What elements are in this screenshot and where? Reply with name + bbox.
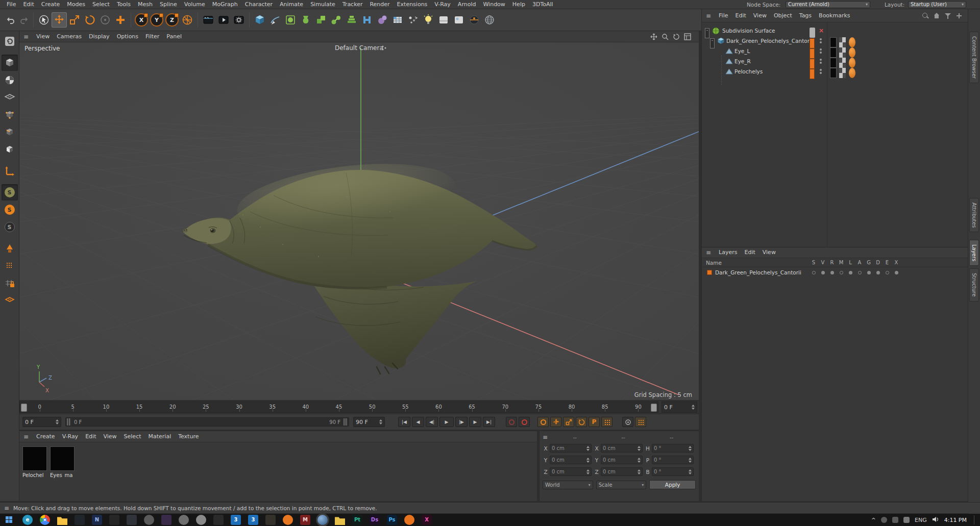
taskbar-app-icon[interactable]: 3	[248, 515, 258, 525]
tree-row-eye-l[interactable]: Eye_L	[702, 46, 968, 56]
stepper-arrows[interactable]	[689, 469, 692, 474]
pan-view-icon[interactable]	[650, 33, 658, 41]
timeline-tick[interactable]: 25	[189, 402, 223, 412]
tab-structure[interactable]: Structure	[969, 268, 979, 302]
layer-toggle-icon[interactable]	[864, 271, 873, 274]
tab-content-browser[interactable]: Content Browser	[969, 32, 979, 83]
zoom-view-icon[interactable]	[661, 33, 669, 41]
menubar-item[interactable]: File	[3, 0, 19, 9]
start-button[interactable]	[3, 514, 15, 525]
layer-toggle-icon[interactable]	[846, 271, 855, 274]
menubar-item[interactable]: Create	[38, 0, 64, 9]
material-menu-item[interactable]: Select	[120, 431, 145, 442]
edges-mode-icon[interactable]	[2, 124, 18, 140]
timeline-tick[interactable]: 45	[322, 402, 355, 412]
taskbar-app-icon[interactable]: Ds	[370, 515, 380, 525]
taskbar-app-icon[interactable]	[265, 515, 276, 525]
material-menu-item[interactable]: Create	[33, 431, 59, 442]
prev-key-button[interactable]: ◀	[412, 417, 424, 427]
viewport-menu-item[interactable]: Cameras	[53, 31, 85, 42]
camera-label[interactable]: Default Camera	[335, 44, 383, 52]
taskbar-app-icon[interactable]	[213, 515, 224, 525]
polygons-mode-icon[interactable]	[2, 141, 18, 158]
taskbar-app-icon[interactable]	[179, 515, 189, 525]
move-tool-button[interactable]	[52, 12, 67, 28]
next-key-button[interactable]: ▶	[469, 417, 481, 427]
rotate-tool-button[interactable]	[82, 12, 97, 28]
search-icon[interactable]	[922, 12, 929, 19]
menubar-item[interactable]: Spline	[156, 0, 181, 9]
timeline-tick[interactable]: 35	[256, 402, 289, 412]
taskbar-app-icon[interactable]	[404, 515, 414, 525]
play-button[interactable]: ▶	[439, 417, 454, 427]
render-view-button[interactable]	[201, 12, 216, 28]
add-icon[interactable]	[955, 12, 963, 19]
goto-start-button[interactable]: |◀	[398, 417, 410, 427]
taskbar-app-icon[interactable]: X	[422, 515, 432, 525]
volume-builder-button[interactable]	[359, 12, 375, 28]
globe-button[interactable]	[482, 12, 497, 28]
coordinate-system-button[interactable]	[180, 12, 195, 28]
coordinate-mode-select[interactable]: World▾	[543, 481, 593, 489]
toggle-view-icon[interactable]	[683, 33, 692, 41]
hamburger-icon[interactable]: ≡	[702, 249, 715, 256]
range-grip-right[interactable]	[344, 418, 348, 425]
timeline-tick[interactable]: 50	[356, 402, 389, 412]
taskbar-app-icon[interactable]	[75, 515, 85, 525]
sky-button[interactable]	[451, 12, 467, 28]
layers-menu-item[interactable]: Layers	[715, 247, 741, 258]
axis-mode-icon[interactable]	[2, 163, 18, 179]
prev-frame-button[interactable]: ◀|	[426, 417, 438, 427]
stepper-arrows[interactable]	[638, 469, 641, 474]
workplane-mode-icon[interactable]	[2, 89, 18, 106]
instance-generator-button[interactable]	[344, 12, 359, 28]
stepper-arrows[interactable]	[379, 419, 382, 424]
symmetry-generator-button[interactable]	[329, 12, 344, 28]
stepper-arrows[interactable]	[586, 458, 590, 463]
layer-name[interactable]: Dark_Green_Pelochelys_Cantorii	[715, 269, 801, 275]
menubar-item[interactable]: Mesh	[134, 0, 156, 9]
rotation-field[interactable]: 0 °	[652, 444, 694, 453]
stepper-arrows[interactable]	[56, 419, 59, 424]
timeline-tick[interactable]: 55	[389, 402, 422, 412]
tray-icon[interactable]	[903, 517, 910, 523]
taskbar-app-icon[interactable]	[317, 515, 328, 525]
taskbar-app-icon[interactable]	[161, 515, 172, 525]
menubar-item[interactable]: Character	[241, 0, 276, 9]
viewport-3d[interactable]: Perspective Default Camera Grid Spacing …	[19, 42, 699, 400]
timeline-tick[interactable]: 15	[122, 402, 156, 412]
timeline-ruler[interactable]: 051015202530354045505560657075808590	[19, 402, 658, 413]
viewport-menu-item[interactable]: View	[33, 31, 53, 42]
menubar-item[interactable]: Volume	[181, 0, 209, 9]
layers-menu-item[interactable]: View	[759, 247, 779, 258]
solo-hierarchy-icon[interactable]: S	[2, 219, 18, 235]
menubar-item[interactable]: Select	[89, 0, 113, 9]
primitive-cube-button[interactable]	[252, 12, 267, 28]
taskbar-app-icon[interactable]	[196, 515, 206, 525]
layer-toggle-icon[interactable]	[818, 271, 827, 274]
visibility-toggles[interactable]	[820, 36, 822, 46]
range-grip-left[interactable]	[67, 418, 71, 425]
material-menu-item[interactable]: View	[100, 431, 120, 442]
quantize-icon[interactable]	[2, 258, 18, 274]
render-settings-button[interactable]	[231, 12, 247, 28]
object-label[interactable]: Eye_R	[734, 56, 751, 66]
layer-color-chip[interactable]	[810, 69, 815, 79]
position-field[interactable]: 0 cm	[550, 456, 592, 464]
taskbar-app-icon[interactable]: 3	[231, 515, 241, 525]
menubar-item[interactable]: Tracker	[339, 0, 366, 9]
render-picture-viewer-button[interactable]	[216, 12, 231, 28]
object-label[interactable]: Dark_Green_Pelochelys_Cantorii	[726, 36, 813, 46]
timeline-tick[interactable]: 85	[589, 402, 622, 412]
timeline-tick[interactable]: 30	[223, 402, 256, 412]
home-icon[interactable]	[933, 12, 940, 19]
hamburger-icon[interactable]: ≡	[19, 433, 33, 440]
material-thumbnail[interactable]	[50, 446, 75, 471]
stepper-arrows[interactable]	[689, 458, 692, 463]
stepper-arrows[interactable]	[586, 446, 590, 451]
language-indicator[interactable]: ENG	[915, 517, 927, 523]
tab-attributes[interactable]: Attributes	[969, 198, 979, 232]
hamburger-icon[interactable]: ≡	[19, 33, 33, 40]
lock-workplane-icon[interactable]	[2, 275, 18, 291]
parameter-record-toggle[interactable]: P	[589, 417, 600, 427]
